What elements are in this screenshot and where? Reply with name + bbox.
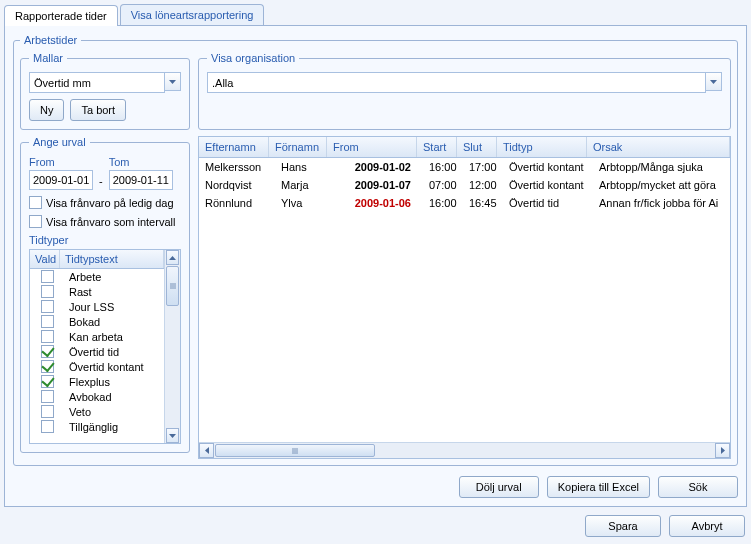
checkbox-franvaro-intervall[interactable] [29, 215, 42, 228]
cell-from: 2009-01-06 [333, 194, 423, 212]
scrollbar-thumb[interactable] [215, 444, 375, 457]
tidtyp-checkbox[interactable] [41, 345, 54, 358]
tidtyp-row[interactable]: Bokad [30, 314, 164, 329]
tidtyp-checkbox[interactable] [41, 360, 54, 373]
scroll-down-icon[interactable] [166, 428, 179, 443]
cell-slut: 17:00 [463, 158, 503, 176]
cell-from: 2009-01-02 [333, 158, 423, 176]
dolj-urval-button[interactable]: Dölj urval [459, 476, 539, 498]
tidtyp-checkbox[interactable] [41, 285, 54, 298]
sok-button[interactable]: Sök [658, 476, 738, 498]
grid-header-orsak[interactable]: Orsak [587, 137, 730, 157]
cell-slut: 16:45 [463, 194, 503, 212]
tidtyp-checkbox[interactable] [41, 390, 54, 403]
cell-orsak: Arbtopp/Många sjuka [593, 158, 730, 176]
tidtyp-row[interactable]: Veto [30, 404, 164, 419]
mallar-selected: Övertid mm [34, 77, 91, 89]
cell-efternamn: Melkersson [199, 158, 275, 176]
tidtyp-row[interactable]: Arbete [30, 269, 164, 284]
tidtyp-label: Tillgänglig [69, 421, 159, 433]
cell-orsak: Arbtopp/mycket att göra [593, 176, 730, 194]
grid-header-efternamn[interactable]: Efternamn [199, 137, 269, 157]
grid-header-from[interactable]: From [327, 137, 417, 157]
grid-horizontal-scrollbar[interactable] [199, 442, 730, 458]
tidtyp-checkbox[interactable] [41, 270, 54, 283]
tidtyp-label: Flexplus [69, 376, 159, 388]
cell-start: 16:00 [423, 194, 463, 212]
tidtyp-row[interactable]: Övertid kontant [30, 359, 164, 374]
visa-organisation-select[interactable]: .Alla [207, 72, 722, 93]
tom-input[interactable] [109, 170, 173, 190]
tidtyp-label: Bokad [69, 316, 159, 328]
avbryt-button[interactable]: Avbryt [669, 515, 745, 537]
tidtyper-header-vald[interactable]: Vald [30, 250, 60, 268]
visa-organisation-legend: Visa organisation [207, 52, 299, 64]
tidtyp-label: Avbokad [69, 391, 159, 403]
mallar-select[interactable]: Övertid mm [29, 72, 181, 93]
tidtyp-checkbox[interactable] [41, 420, 54, 433]
grid-header-start[interactable]: Start [417, 137, 457, 157]
tab-rapporterade-tider[interactable]: Rapporterade tider [4, 5, 118, 26]
scroll-left-icon[interactable] [199, 443, 214, 458]
arbetstider-fieldset: Arbetstider Mallar Övertid mm Ny Ta bort… [13, 34, 738, 466]
scroll-up-icon[interactable] [166, 250, 179, 265]
tidtyp-checkbox[interactable] [41, 405, 54, 418]
tidtyp-label: Övertid tid [69, 346, 159, 358]
tom-label: Tom [109, 156, 173, 168]
tab-bar: Rapporterade tider Visa löneartsrapporte… [4, 4, 747, 26]
tidtyper-label: Tidtyper [29, 234, 181, 246]
tidtyp-label: Arbete [69, 271, 159, 283]
ange-urval-legend: Ange urval [29, 136, 90, 148]
grid-header-fornamn[interactable]: Förnamn [269, 137, 327, 157]
tidtyp-row[interactable]: Rast [30, 284, 164, 299]
checkbox-franvaro-ledig[interactable] [29, 196, 42, 209]
tab-visa-loneartsrapportering[interactable]: Visa löneartsrapportering [120, 4, 265, 25]
scrollbar-thumb[interactable] [166, 266, 179, 306]
tidtyp-checkbox[interactable] [41, 300, 54, 313]
tidtyp-label: Jour LSS [69, 301, 159, 313]
results-grid: Efternamn Förnamn From Start Slut Tidtyp… [198, 136, 731, 459]
cell-fornamn: Marja [275, 176, 333, 194]
scroll-right-icon[interactable] [715, 443, 730, 458]
ny-button[interactable]: Ny [29, 99, 64, 121]
spara-button[interactable]: Spara [585, 515, 661, 537]
date-separator: - [97, 175, 105, 190]
chevron-down-icon[interactable] [164, 72, 181, 91]
main-panel: Arbetstider Mallar Övertid mm Ny Ta bort… [4, 26, 747, 507]
tidtyp-checkbox[interactable] [41, 375, 54, 388]
tidtyp-label: Rast [69, 286, 159, 298]
chevron-down-icon[interactable] [705, 72, 722, 91]
svg-marker-6 [169, 434, 176, 438]
cell-tidtyp: Övertid kontant [503, 176, 593, 194]
tidtyp-checkbox[interactable] [41, 315, 54, 328]
from-input[interactable] [29, 170, 93, 190]
table-row[interactable]: NordqvistMarja2009-01-0707:0012:00Överti… [199, 176, 730, 194]
from-label: From [29, 156, 93, 168]
tidtyp-label: Veto [69, 406, 159, 418]
tidtyp-row[interactable]: Avbokad [30, 389, 164, 404]
cell-efternamn: Rönnlund [199, 194, 275, 212]
tidtyp-row[interactable]: Jour LSS [30, 299, 164, 314]
table-row[interactable]: MelkerssonHans2009-01-0216:0017:00Överti… [199, 158, 730, 176]
checkbox-franvaro-ledig-label: Visa frånvaro på ledig dag [46, 197, 174, 209]
tidtyp-row[interactable]: Tillgänglig [30, 419, 164, 434]
tidtyp-row[interactable]: Kan arbeta [30, 329, 164, 344]
tidtyp-row[interactable]: Flexplus [30, 374, 164, 389]
tidtyper-scrollbar[interactable] [164, 250, 180, 443]
cell-slut: 12:00 [463, 176, 503, 194]
svg-marker-2 [169, 256, 176, 260]
tidtyper-header-text[interactable]: Tidtypstext [60, 250, 164, 268]
grid-header-tidtyp[interactable]: Tidtyp [497, 137, 587, 157]
grid-header-slut[interactable]: Slut [457, 137, 497, 157]
tidtyp-checkbox[interactable] [41, 330, 54, 343]
table-row[interactable]: RönnlundYlva2009-01-0616:0016:45Övertid … [199, 194, 730, 212]
checkbox-franvaro-intervall-label: Visa frånvaro som intervall [46, 216, 175, 228]
tidtyp-row[interactable]: Övertid tid [30, 344, 164, 359]
kopiera-till-excel-button[interactable]: Kopiera till Excel [547, 476, 650, 498]
tabort-button[interactable]: Ta bort [70, 99, 126, 121]
svg-marker-7 [205, 447, 209, 454]
cell-tidtyp: Övertid kontant [503, 158, 593, 176]
tidtyper-list: Vald Tidtypstext ArbeteRastJour LSSBokad… [29, 249, 181, 444]
cell-orsak: Annan fr/fick jobba för Ai [593, 194, 730, 212]
svg-marker-11 [721, 447, 725, 454]
